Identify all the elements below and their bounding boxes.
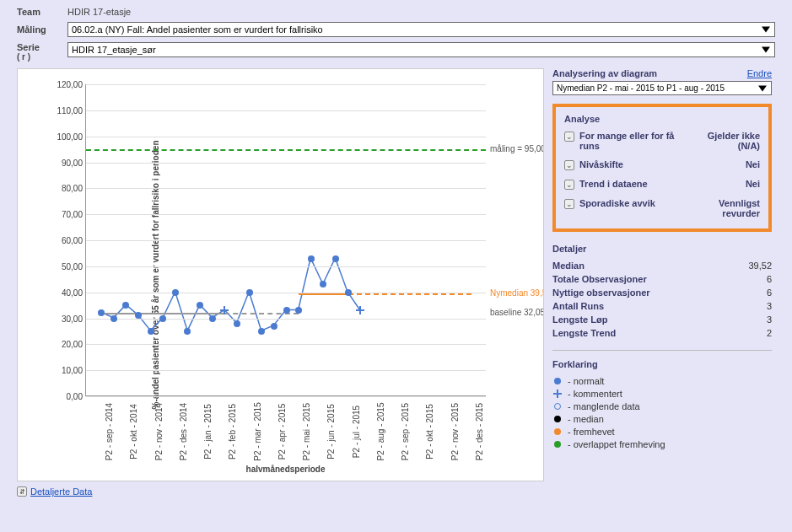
detailed-data-link[interactable]: Detaljerte Data — [30, 486, 92, 497]
x-tick: P2 - nov - 2015 — [447, 403, 460, 460]
side-title: Analysering av diagram — [552, 68, 657, 78]
detail-label: Nyttige observasjoner — [552, 287, 650, 298]
x-tick: P2 - nov - 2014 — [151, 403, 164, 460]
y-tick: 20,00 — [52, 340, 83, 349]
x-tick: P2 - mar - 2015 — [250, 402, 262, 460]
data-point — [246, 289, 253, 296]
data-point — [184, 328, 191, 335]
legend-text: - kommentert — [568, 389, 622, 399]
x-tick: P2 - sep - 2015 — [397, 403, 410, 460]
x-tick: P2 - sep - 2014 — [101, 403, 114, 460]
baseline-label: baseline 32,05 — [490, 308, 544, 317]
legend-icon — [552, 439, 563, 449]
detail-value: 3 — [767, 301, 772, 311]
data-point — [320, 281, 326, 287]
legend-text: - overlappet fremheving — [568, 439, 665, 449]
x-tick: P2 - okt - 2015 — [422, 404, 434, 459]
detail-label: Lengste Løp — [552, 314, 607, 325]
maling-label: Måling — [17, 24, 67, 35]
y-tick: 90,00 — [52, 158, 83, 167]
team-value: HDIR 17-etasje — [67, 7, 131, 17]
analyse-row-label: Sporadiske avvik — [579, 198, 687, 208]
analyse-row-value: Vennligst revurder — [692, 198, 760, 218]
maling-select[interactable]: 06.02.a (NY) Fall: Andel pasienter som e… — [67, 22, 775, 37]
chart-panel: %-andel pasienter over 65 år som er vurd… — [17, 68, 544, 481]
analyse-row-value: Nei — [692, 179, 760, 189]
legend-title: Forklaring — [552, 359, 772, 369]
analyse-row-label: Trend i dataene — [579, 179, 687, 189]
data-point — [356, 306, 364, 314]
analyse-box: Analyse ⌄ For mange eller for få runs Gj… — [552, 104, 772, 232]
serie-select[interactable]: HDIR 17_etasje_sør — [67, 42, 775, 57]
change-link[interactable]: Endre — [747, 68, 772, 78]
analyse-title: Analyse — [564, 114, 760, 124]
y-tick: 40,00 — [52, 287, 83, 297]
plot-area: 0,0010,0020,0030,0040,0050,0060,0070,008… — [85, 84, 486, 396]
data-point — [332, 255, 339, 262]
data-point — [197, 302, 203, 309]
x-tick: P2 - feb - 2015 — [224, 404, 237, 459]
x-tick: P2 - jun - 2015 — [323, 404, 336, 459]
detail-value: 6 — [767, 287, 772, 298]
expand-icon[interactable]: ⇵ — [17, 486, 27, 497]
analyse-expand-icon[interactable]: ⌄ — [564, 199, 574, 209]
analyse-expand-icon[interactable]: ⌄ — [564, 132, 574, 142]
analyse-expand-icon[interactable]: ⌄ — [564, 160, 574, 170]
legend-icon — [552, 427, 563, 437]
x-tick: P2 - des - 2015 — [471, 403, 484, 460]
data-point — [220, 306, 229, 314]
analyse-expand-icon[interactable]: ⌄ — [564, 180, 574, 190]
x-tick: P2 - mai - 2015 — [299, 403, 311, 460]
data-point — [258, 328, 265, 335]
legend-icon — [552, 414, 563, 424]
detail-label: Antall Runs — [552, 301, 604, 311]
y-tick: 100,00 — [52, 132, 83, 141]
y-tick: 60,00 — [52, 236, 83, 245]
data-point — [345, 289, 352, 296]
y-tick: 30,00 — [52, 314, 83, 323]
y-tick: 120,00 — [52, 80, 83, 89]
data-point — [172, 289, 179, 296]
y-tick: 110,00 — [52, 105, 83, 115]
legend-text: - median — [568, 414, 604, 424]
data-point — [135, 312, 142, 319]
x-tick: P2 - okt - 2014 — [126, 404, 138, 459]
detail-value: 6 — [767, 274, 772, 284]
data-point — [98, 309, 105, 316]
detail-label: Totale Observasjoner — [552, 274, 647, 284]
period-select[interactable]: Nymedian P2 - mai - 2015 to P1 - aug - 2… — [552, 81, 772, 95]
legend-icon — [552, 389, 563, 399]
analyse-row-label: For mange eller for få runs — [579, 131, 687, 151]
y-tick: 50,00 — [52, 261, 83, 271]
x-axis-title: halvmånedsperiode — [85, 465, 486, 474]
x-tick: P2 - jul - 2015 — [348, 406, 361, 458]
data-point — [110, 315, 117, 322]
detail-value: 2 — [767, 328, 772, 338]
data-point — [308, 255, 315, 262]
serie-label: Serie ( r ) — [17, 42, 67, 62]
x-tick: P2 - apr - 2015 — [274, 404, 287, 460]
analyse-row-value: Nei — [692, 159, 760, 169]
data-point — [159, 315, 166, 322]
details-title: Detaljer — [552, 244, 772, 254]
data-point — [295, 307, 302, 314]
goal-label: måling = 95,00 — [490, 144, 544, 153]
detail-value: 3 — [767, 314, 772, 325]
analyse-row-value: Gjelder ikke (N/A) — [692, 131, 760, 151]
data-point — [122, 302, 129, 309]
y-tick: 10,00 — [52, 366, 83, 375]
legend-text: - normalt — [568, 376, 604, 386]
analyse-row-label: Nivåskifte — [579, 159, 687, 169]
data-point — [271, 323, 277, 330]
legend-icon — [552, 401, 563, 411]
detail-label: Lengste Trend — [552, 328, 616, 338]
y-tick: 80,00 — [52, 184, 83, 193]
legend-text: - fremhevet — [568, 427, 615, 437]
y-tick: 0,00 — [52, 392, 83, 401]
data-point — [148, 328, 154, 335]
x-tick: P2 - des - 2014 — [175, 403, 188, 460]
data-point — [234, 320, 240, 327]
x-tick: P2 - jan - 2015 — [200, 404, 213, 459]
legend-text: - manglende data — [568, 401, 640, 411]
x-tick: P2 - aug - 2015 — [373, 403, 385, 461]
